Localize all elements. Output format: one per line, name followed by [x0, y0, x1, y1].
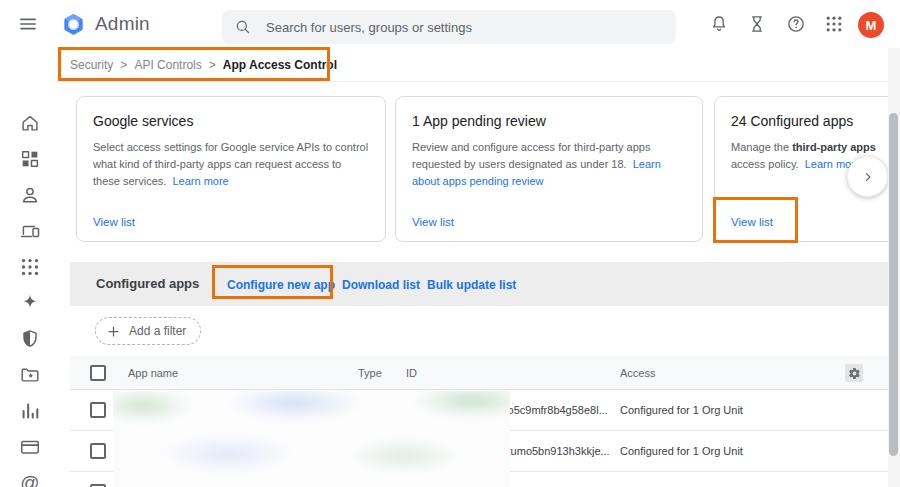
- top-bar: Admin M: [0, 0, 900, 48]
- search-input[interactable]: [266, 20, 664, 35]
- directory-person-icon[interactable]: [19, 184, 41, 206]
- google-admin-logo-icon[interactable]: [61, 12, 86, 37]
- breadcrumb-api-controls[interactable]: API Controls: [134, 58, 201, 72]
- cell-access: Configured for 1 Org Unit: [620, 445, 743, 457]
- configure-new-app-link[interactable]: Configure new app: [227, 278, 335, 292]
- add-filter-button[interactable]: Add a filter: [95, 317, 201, 345]
- card-body-text: Select access settings for Google servic…: [93, 141, 368, 187]
- table-header-row: App name Type ID Access: [70, 356, 888, 390]
- security-shield-icon[interactable]: [19, 328, 41, 350]
- card-title: Google services: [93, 113, 369, 129]
- breadcrumb-current-page: App Access Control: [223, 58, 337, 72]
- cell-access: Configured for 1 Org Unit: [620, 404, 743, 416]
- user-avatar[interactable]: M: [858, 12, 884, 38]
- carousel-next-button[interactable]: [847, 156, 888, 197]
- column-header-type: Type: [358, 367, 382, 379]
- hourglass-icon[interactable]: [747, 14, 767, 34]
- card-body-text: Manage the: [731, 141, 792, 153]
- plus-icon: [106, 324, 121, 339]
- gemini-sparkle-icon[interactable]: [19, 292, 41, 314]
- card-body-text: access policy.: [731, 158, 799, 170]
- gear-icon: [848, 367, 861, 380]
- card-app-pending-review: 1 App pending review Review and configur…: [395, 96, 703, 242]
- apps-grid-icon[interactable]: [19, 256, 41, 278]
- row-checkbox[interactable]: [90, 443, 106, 459]
- card-body-bold: third-party apps: [792, 141, 876, 153]
- breadcrumb: Security > API Controls > App Access Con…: [55, 48, 900, 82]
- bulk-update-list-link[interactable]: Bulk update list: [427, 278, 516, 292]
- breadcrumb-separator: >: [120, 58, 127, 72]
- breadcrumb-separator: >: [209, 58, 216, 72]
- help-icon[interactable]: [786, 14, 806, 34]
- dashboard-icon[interactable]: [19, 148, 41, 170]
- card-title: 24 Configured apps: [731, 113, 900, 129]
- column-header-app-name: App name: [128, 367, 178, 379]
- apps-grid-icon[interactable]: [824, 14, 844, 34]
- table-title: Configured apps: [96, 276, 199, 291]
- select-all-checkbox[interactable]: [90, 365, 106, 381]
- avatar-initial: M: [866, 18, 877, 33]
- search-icon: [234, 18, 252, 36]
- redacted-app-names-overlay: [113, 391, 510, 487]
- filter-row: Add a filter: [70, 306, 888, 356]
- add-filter-label: Add a filter: [129, 324, 186, 338]
- left-nav-sidebar: @: [0, 48, 55, 487]
- app-title: Admin: [95, 13, 150, 35]
- view-list-link[interactable]: View list: [93, 216, 135, 228]
- notifications-bell-icon[interactable]: [709, 14, 729, 34]
- vertical-scrollbar-thumb[interactable]: [889, 113, 898, 456]
- account-at-icon[interactable]: @: [19, 472, 41, 487]
- card-google-services: Google services Select access settings f…: [76, 96, 386, 242]
- reporting-chart-icon[interactable]: [19, 400, 41, 422]
- column-header-access: Access: [620, 367, 655, 379]
- search-bar[interactable]: [222, 10, 676, 44]
- devices-icon[interactable]: [19, 220, 41, 242]
- home-icon[interactable]: [19, 112, 41, 134]
- card-body-text: Review and configure access for third-pa…: [412, 141, 650, 170]
- view-list-link[interactable]: View list: [731, 216, 773, 228]
- billing-card-icon[interactable]: [19, 436, 41, 458]
- row-checkbox[interactable]: [90, 402, 106, 418]
- view-list-link[interactable]: View list: [412, 216, 454, 228]
- chevron-right-icon: [859, 168, 877, 186]
- learn-more-link[interactable]: Learn more: [172, 175, 228, 187]
- admin-console-screen: Admin M Security > API Controls: [0, 0, 900, 487]
- configured-apps-toolbar: Configured apps Configure new app Downlo…: [70, 262, 888, 306]
- managed-folder-icon[interactable]: [19, 364, 41, 386]
- manage-columns-button[interactable]: [845, 364, 863, 382]
- card-title: 1 App pending review: [412, 113, 686, 129]
- download-list-link[interactable]: Download list: [342, 278, 420, 292]
- column-header-id: ID: [406, 367, 417, 379]
- breadcrumb-security[interactable]: Security: [70, 58, 113, 72]
- menu-icon[interactable]: [18, 14, 38, 34]
